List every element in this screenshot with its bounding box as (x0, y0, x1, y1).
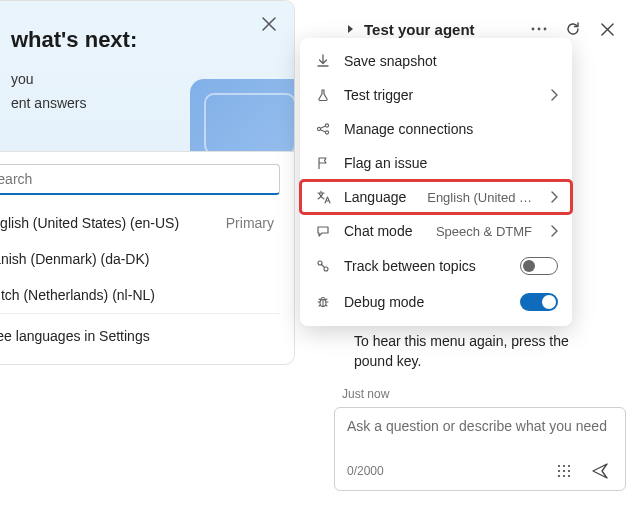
language-option[interactable]: Dutch (Netherlands) (nl-NL) (0, 277, 280, 313)
flag-icon (314, 156, 332, 170)
language-tag: Primary (226, 215, 274, 231)
menu-debug-mode[interactable]: Debug mode (300, 284, 572, 320)
svg-point-9 (318, 261, 322, 265)
svg-point-3 (532, 28, 535, 31)
svg-point-13 (563, 465, 565, 467)
track-icon (314, 259, 332, 273)
more-options-menu: Save snapshot Test trigger Manage connec… (300, 38, 572, 326)
svg-point-5 (544, 28, 547, 31)
menu-save-snapshot[interactable]: Save snapshot (300, 44, 572, 78)
menu-chat-mode[interactable]: Chat mode Speech & DTMF (300, 214, 572, 248)
chat-timestamp: Just now (334, 381, 626, 407)
menu-track-topics[interactable]: Track between topics (300, 248, 572, 284)
debug-mode-toggle[interactable] (520, 293, 558, 311)
language-name: Dutch (Netherlands) (nl-NL) (0, 287, 155, 303)
keypad-icon[interactable] (551, 458, 577, 484)
chat-message: To hear this menu again, press the pound… (334, 328, 626, 381)
bug-icon (314, 295, 332, 309)
language-option[interactable]: English (United States) (en-US) Primary (0, 205, 280, 241)
menu-test-trigger[interactable]: Test trigger (300, 78, 572, 112)
svg-point-20 (568, 475, 570, 477)
pane-title: Test your agent (364, 21, 475, 38)
menu-flag-issue[interactable]: Flag an issue (300, 146, 572, 180)
svg-point-4 (538, 28, 541, 31)
onboarding-illustration (190, 79, 294, 151)
language-option[interactable]: Danish (Denmark) (da-DK) (0, 241, 280, 277)
onboarding-card: what's next: you ent answers English (Un… (0, 0, 295, 365)
see-languages-settings[interactable]: See languages in Settings (0, 313, 280, 352)
chat-input-placeholder: Ask a question or describe what you need (347, 418, 613, 458)
chevron-right-icon (550, 191, 558, 203)
menu-chat-mode-value: Speech & DTMF (436, 224, 532, 239)
chat-icon (314, 224, 332, 238)
language-search-input[interactable] (0, 171, 269, 187)
svg-point-12 (558, 465, 560, 467)
language-name: English (United States) (en-US) (0, 215, 179, 231)
svg-point-18 (558, 475, 560, 477)
chat-input[interactable]: Ask a question or describe what you need… (334, 407, 626, 491)
chat-area: To hear this menu again, press the pound… (334, 328, 626, 491)
language-search[interactable] (0, 164, 280, 195)
chevron-right-icon (550, 89, 558, 101)
close-pane-icon[interactable] (594, 16, 620, 42)
language-picker-panel: English (United States) (en-US) Primary … (0, 151, 294, 364)
connections-icon (314, 122, 332, 136)
menu-manage-connections[interactable]: Manage connections (300, 112, 572, 146)
svg-point-16 (563, 470, 565, 472)
send-icon[interactable] (587, 458, 613, 484)
collapse-caret-icon[interactable] (346, 24, 356, 34)
language-icon (314, 190, 332, 205)
onboarding-banner: what's next: you ent answers (0, 1, 294, 151)
svg-point-6 (317, 127, 320, 130)
download-icon (314, 54, 332, 68)
svg-point-10 (324, 267, 328, 271)
flask-icon (314, 88, 332, 102)
language-name: Danish (Denmark) (da-DK) (0, 251, 149, 267)
svg-point-7 (325, 124, 328, 127)
svg-point-8 (325, 131, 328, 134)
track-topics-toggle[interactable] (520, 257, 558, 275)
language-list: English (United States) (en-US) Primary … (0, 205, 280, 313)
onboarding-title: what's next: (11, 27, 272, 53)
chevron-right-icon (550, 225, 558, 237)
menu-language[interactable]: Language English (United … (300, 180, 572, 214)
svg-point-19 (563, 475, 565, 477)
close-icon[interactable] (258, 13, 280, 35)
svg-point-17 (568, 470, 570, 472)
settings-link-label: See languages in Settings (0, 328, 150, 344)
menu-language-value: English (United … (427, 190, 532, 205)
svg-point-15 (558, 470, 560, 472)
svg-point-14 (568, 465, 570, 467)
char-counter: 0/2000 (347, 464, 384, 478)
